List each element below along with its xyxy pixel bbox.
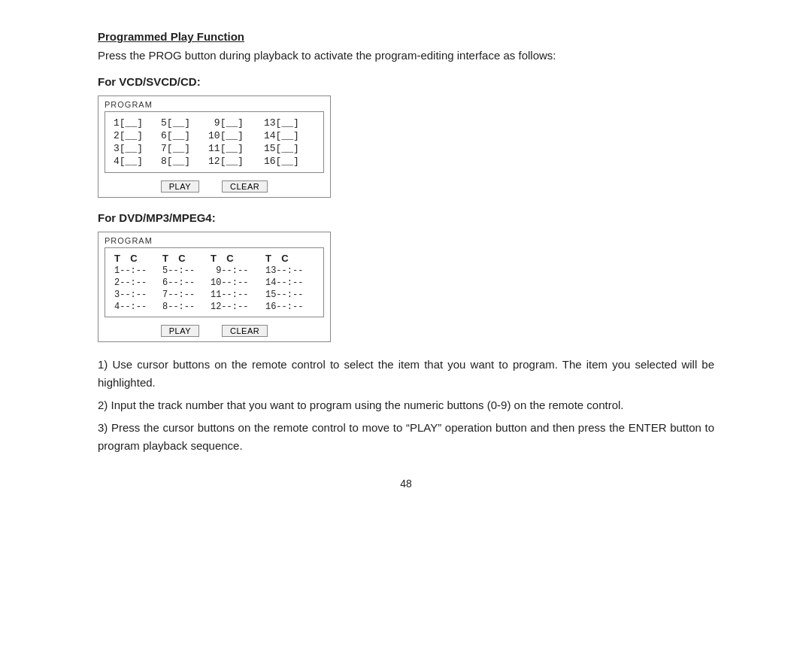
- table-row: 1[__] 5[__] 9[__] 13[__]: [111, 117, 317, 129]
- cell: 6[__]: [159, 129, 206, 142]
- cell: 16--:--: [262, 301, 317, 313]
- table-row: 1--:-- 5--:-- 9--:-- 13--:--: [111, 265, 317, 277]
- dvd-subtitle: For DVD/MP3/MPEG4:: [98, 211, 714, 224]
- header-cell: T C: [208, 252, 262, 265]
- vcd-program-label: PROGRAM: [98, 96, 330, 111]
- table-row: 4--:-- 8--:-- 12--:-- 16--:--: [111, 301, 317, 313]
- instruction-2: 2) Input the track number that you want …: [98, 396, 714, 414]
- dvd-program-footer: PLAY CLEAR: [98, 322, 330, 341]
- cell: 10[__]: [206, 129, 262, 142]
- header-cell: T C: [111, 252, 159, 265]
- cell: 12--:--: [208, 301, 262, 313]
- cell: 9[__]: [206, 117, 262, 129]
- instruction-3: 3) Press the cursor buttons on the remot…: [98, 419, 714, 455]
- page-content: Programmed Play Function Press the PROG …: [98, 30, 714, 490]
- dvd-clear-button[interactable]: CLEAR: [222, 325, 268, 337]
- cell: 2--:--: [111, 277, 159, 289]
- cell: 7--:--: [159, 289, 208, 301]
- cell: 8[__]: [159, 155, 206, 168]
- cell: 2[__]: [111, 129, 159, 142]
- vcd-program-footer: PLAY CLEAR: [98, 177, 330, 197]
- cell: 7[__]: [159, 142, 206, 155]
- cell: 15[__]: [262, 142, 317, 155]
- cell: 15--:--: [262, 289, 317, 301]
- table-row: 4[__] 8[__] 12[__] 16[__]: [111, 155, 317, 168]
- cell: 3[__]: [111, 142, 159, 155]
- cell: 11--:--: [208, 289, 262, 301]
- cell: 12[__]: [206, 155, 262, 168]
- dvd-header-row: T C T C T C T C: [111, 252, 317, 265]
- dvd-program-grid: T C T C T C T C 1--:-- 5--:-- 9--:-- 13-…: [105, 247, 324, 317]
- instructions-section: 1) Use cursor buttons on the remote cont…: [98, 356, 714, 455]
- cell: 6--:--: [159, 277, 208, 289]
- table-row: 2[__] 6[__] 10[__] 14[__]: [111, 129, 317, 142]
- cell: 14[__]: [262, 129, 317, 142]
- cell: 3--:--: [111, 289, 159, 301]
- cell: 4[__]: [111, 155, 159, 168]
- cell: 1[__]: [111, 117, 159, 129]
- cell: 14--:--: [262, 277, 317, 289]
- dvd-program-label: PROGRAM: [98, 232, 330, 247]
- vcd-subtitle: For VCD/SVCD/CD:: [98, 75, 714, 88]
- cell: 11[__]: [206, 142, 262, 155]
- dvd-play-button[interactable]: PLAY: [161, 325, 199, 337]
- vcd-play-button[interactable]: PLAY: [161, 180, 199, 193]
- section-title: Programmed Play Function: [98, 30, 714, 43]
- intro-text: Press the PROG button during playback to…: [98, 49, 714, 62]
- cell: 5--:--: [159, 265, 208, 277]
- cell: 13[__]: [262, 117, 317, 129]
- table-row: 2--:-- 6--:-- 10--:-- 14--:--: [111, 277, 317, 289]
- cell: 13--:--: [262, 265, 317, 277]
- table-row: 3--:-- 7--:-- 11--:-- 15--:--: [111, 289, 317, 301]
- cell: 8--:--: [159, 301, 208, 313]
- dvd-program-box: PROGRAM T C T C T C T C 1--:-- 5--:-- 9: [98, 232, 331, 342]
- cell: 4--:--: [111, 301, 159, 313]
- cell: 10--:--: [208, 277, 262, 289]
- cell: 9--:--: [208, 265, 262, 277]
- page-number: 48: [98, 478, 714, 490]
- header-cell: T C: [159, 252, 208, 265]
- vcd-program-box: PROGRAM 1[__] 5[__] 9[__] 13[__] 2[__] 6…: [98, 96, 331, 198]
- instruction-1: 1) Use cursor buttons on the remote cont…: [98, 356, 714, 392]
- table-row: 3[__] 7[__] 11[__] 15[__]: [111, 142, 317, 155]
- vcd-clear-button[interactable]: CLEAR: [222, 180, 268, 193]
- header-cell: T C: [262, 252, 317, 265]
- cell: 1--:--: [111, 265, 159, 277]
- cell: 5[__]: [159, 117, 206, 129]
- cell: 16[__]: [262, 155, 317, 168]
- vcd-program-grid: 1[__] 5[__] 9[__] 13[__] 2[__] 6[__] 10[…: [105, 111, 324, 173]
